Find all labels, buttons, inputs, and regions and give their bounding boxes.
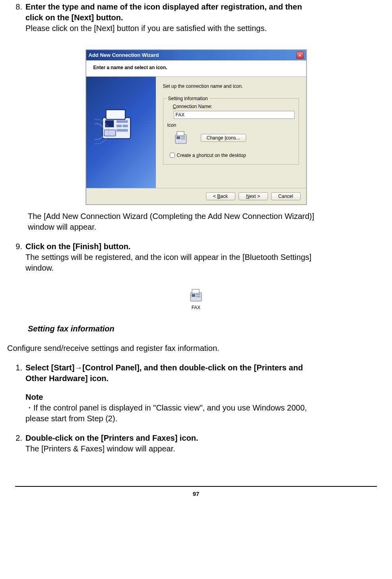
wizard-title-text: Add New Connection Wizard bbox=[89, 52, 159, 59]
note-label: Note bbox=[25, 392, 388, 403]
svg-rect-2 bbox=[105, 120, 114, 128]
wizard-title-bar: Add New Connection Wizard × bbox=[86, 50, 306, 60]
svg-rect-3 bbox=[116, 120, 128, 123]
step2-title: Double-click on the [Printers and Faxes]… bbox=[25, 433, 388, 443]
fax-icon bbox=[188, 288, 204, 304]
create-shortcut-checkbox[interactable] bbox=[170, 153, 175, 158]
step9-title: Click on the [Finish] button. bbox=[25, 241, 388, 252]
fieldset-legend: Setting information bbox=[167, 95, 210, 102]
icon-label: Icon bbox=[167, 122, 295, 128]
change-icons-button[interactable]: Change Icons... bbox=[201, 134, 246, 142]
step-number: 9. bbox=[4, 241, 25, 252]
configure-paragraph: Configure send/receive settings and regi… bbox=[7, 343, 388, 354]
step9-body2: window. bbox=[25, 263, 388, 273]
step9-body1: The settings will be registered, and the… bbox=[25, 252, 388, 263]
setting-fax-info-heading: Setting fax information bbox=[4, 323, 388, 334]
step2-body: The [Printers & Faxes] window will appea… bbox=[25, 443, 388, 454]
wizard-instruction: Set up the connection name and icon. bbox=[163, 83, 299, 89]
svg-rect-14 bbox=[181, 138, 185, 139]
svg-rect-6 bbox=[116, 129, 128, 132]
next-button[interactable]: Next > bbox=[239, 192, 268, 200]
step-number: 2. bbox=[4, 433, 25, 443]
fax-icon bbox=[173, 130, 189, 146]
fax-machine-illustration-icon bbox=[95, 105, 138, 148]
step8-title-line1: Enter the type and name of the icon disp… bbox=[25, 2, 388, 12]
close-icon[interactable]: × bbox=[296, 52, 304, 59]
step1-title-line2: Other Hardware] icon. bbox=[25, 373, 388, 384]
note-body-line1: ・If the control panel is displayed in "C… bbox=[25, 403, 386, 413]
connection-name-input[interactable] bbox=[174, 111, 295, 119]
fax-desktop-icon: FAX bbox=[186, 288, 206, 311]
step8-after2: window will appear. bbox=[28, 222, 388, 232]
svg-rect-5 bbox=[122, 125, 128, 128]
step8-body: Please click on the [Next] button if you… bbox=[25, 23, 388, 34]
step1-title-line1: Select [Start]→[Control Panel], and then… bbox=[25, 362, 388, 373]
svg-rect-1 bbox=[106, 110, 125, 119]
svg-rect-17 bbox=[192, 294, 195, 297]
cancel-button[interactable]: Cancel bbox=[271, 192, 301, 200]
note-body-line2: please start from Step (2). bbox=[25, 413, 386, 424]
setting-information-group: Setting information Connection Name: Ico… bbox=[163, 98, 299, 165]
fax-icon-label: FAX bbox=[186, 304, 206, 311]
svg-rect-7 bbox=[104, 130, 116, 136]
svg-rect-11 bbox=[177, 132, 184, 136]
svg-rect-13 bbox=[181, 136, 185, 137]
step-number: 1. bbox=[4, 362, 25, 373]
wizard-dialog: Add New Connection Wizard × Enter a name… bbox=[86, 50, 307, 205]
connection-name-label: Connection Name: bbox=[173, 103, 295, 110]
svg-rect-18 bbox=[196, 294, 200, 295]
step-number: 8. bbox=[4, 2, 25, 12]
wizard-banner: Enter a name and select an icon. bbox=[86, 60, 306, 77]
create-shortcut-label: Create a shortcut on the desktop bbox=[177, 152, 246, 159]
step8-title-line2: click on the [Next] button. bbox=[25, 12, 388, 23]
wizard-sidebar-image bbox=[86, 77, 156, 188]
back-button[interactable]: < Back bbox=[206, 192, 235, 200]
svg-rect-12 bbox=[177, 136, 180, 139]
step8-after1: The [Add New Connection Wizard (Completi… bbox=[28, 211, 388, 222]
svg-rect-4 bbox=[116, 125, 122, 128]
svg-rect-16 bbox=[192, 289, 199, 293]
page-number: 97 bbox=[4, 487, 388, 506]
svg-rect-19 bbox=[196, 296, 200, 297]
